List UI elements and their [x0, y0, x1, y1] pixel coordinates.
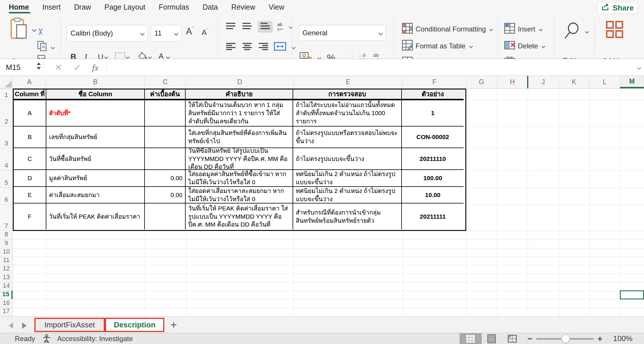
row-header-17[interactable]: 17 — [0, 308, 13, 316]
copy-button[interactable] — [37, 41, 54, 54]
number-format-select[interactable]: General — [299, 25, 386, 41]
column-header-L[interactable]: L — [590, 76, 620, 88]
row-header-12[interactable]: 12 — [0, 265, 13, 273]
sheet-nav-left-icon[interactable] — [9, 322, 13, 329]
normal-view-button[interactable] — [460, 333, 482, 344]
cell-col-letter[interactable]: B — [14, 127, 46, 148]
cell-col-name[interactable]: วันที่เริ่มให้ PEAK คิดค่าเสื่อมราคา — [46, 203, 145, 229]
sheet-tab-importfixasset[interactable]: ImportFixAsset — [36, 319, 104, 331]
row-header-15[interactable]: 15 — [0, 291, 13, 299]
page-layout-view-button[interactable] — [487, 333, 496, 344]
table-header-cell[interactable]: ค่าเบื้องต้น — [145, 89, 186, 100]
cell-validation[interactable]: ทศนิยมไม่เกิน 2 ตำแหน่ง ถ้าไม่ตรงรูปแบบจ… — [293, 187, 402, 203]
row-header-9[interactable]: 9 — [0, 239, 13, 248]
cell-example[interactable]: 20211110 — [402, 148, 464, 170]
add-sheet-button[interactable]: + — [170, 317, 177, 333]
cell-description[interactable]: วันที่เริ่มให้ PEAK คิดค่าเสื่อมราคา ใส่… — [186, 203, 293, 229]
zoom-out-button[interactable]: − — [527, 333, 533, 344]
editing-button[interactable] — [563, 22, 588, 41]
tab-home[interactable]: Home — [9, 0, 39, 14]
tab-data[interactable]: Data — [203, 0, 228, 14]
merge-center-icon[interactable] — [274, 42, 286, 52]
decrease-font-size-button[interactable]: Aˇ — [202, 28, 208, 37]
copy-dropdown-chevron[interactable] — [51, 45, 55, 49]
tab-draw[interactable]: Draw — [74, 0, 101, 14]
column-header-H[interactable]: H — [497, 76, 528, 88]
cell-col-letter[interactable]: A — [14, 100, 46, 127]
table-header-cell[interactable]: ชื่อ Column — [46, 89, 145, 100]
active-cell-selection[interactable] — [620, 290, 644, 299]
cell-description[interactable]: ใส่ยอดมูลค่าสินทรัพย์ที่ซื้อเข้ามา หากไม… — [186, 170, 293, 187]
name-box-stepper[interactable] — [37, 62, 41, 70]
align-right-icon[interactable] — [258, 43, 269, 52]
formula-bar-expand-chevron[interactable] — [635, 59, 641, 76]
formula-input[interactable] — [108, 60, 631, 75]
column-header-K[interactable]: K — [559, 76, 590, 88]
align-bottom-icon[interactable] — [258, 21, 273, 33]
cancel-entry-icon[interactable]: ✕ — [55, 59, 62, 76]
cell-col-name[interactable]: ค่าเสื่อมสะสมยกมา — [46, 187, 145, 203]
cut-icon[interactable]: ✂ — [35, 28, 45, 36]
column-header-A[interactable]: A — [13, 76, 46, 88]
row-header-3[interactable]: 3 — [0, 127, 13, 148]
column-header-M[interactable]: M — [620, 76, 644, 88]
wrap-text-icon[interactable]: abc↩ — [277, 22, 283, 31]
zoom-slider-thumb[interactable] — [562, 334, 570, 343]
cell-description[interactable]: ใส่เลขที่กลุ่มสินทรัพย์ที่ต้องการเพิ่มสิ… — [186, 127, 293, 148]
sheet-tab-description[interactable]: Description — [106, 319, 163, 331]
select-all-corner[interactable] — [0, 76, 13, 88]
cell-initial-value[interactable]: 0.00 — [145, 187, 186, 203]
cell-validation[interactable]: ถ้าไม่ตรงรูปแบบจะขึ้นว่าง — [293, 148, 402, 170]
column-header-F[interactable]: F — [403, 76, 466, 88]
format-as-table-button[interactable]: Format as Table — [402, 40, 472, 52]
paste-button[interactable] — [10, 17, 36, 41]
row-header-13[interactable]: 13 — [0, 273, 13, 282]
cell-validation[interactable]: ถ้าไม่ตรงรูปแบบหรือตรวจสอบไม่พบจะขึ้นว่า… — [293, 127, 402, 148]
cell-example[interactable]: CON-00002 — [402, 127, 464, 148]
row-header-6[interactable]: 6 — [0, 188, 13, 205]
table-header-cell[interactable]: การตรวจสอบ — [293, 89, 402, 100]
align-left-icon[interactable] — [225, 43, 237, 52]
accessibility-icon[interactable] — [42, 333, 52, 344]
cell-validation[interactable]: ถ้าไม่ใส่ระบบจะไม่อ่านแถวนั้นทั้งหมด ลำด… — [293, 100, 402, 127]
cell-description[interactable]: วันที่ซื้อสินทรัพย์ ใส่รูปแบบเป็น YYYYMM… — [186, 148, 293, 170]
delete-cells-button[interactable]: Delete — [504, 40, 545, 52]
wrap-text-chevron[interactable] — [289, 25, 293, 29]
cell-initial-value[interactable] — [145, 100, 186, 127]
cell-col-letter[interactable]: F — [14, 203, 46, 229]
column-header-G[interactable]: G — [466, 76, 497, 88]
page-break-view-button[interactable] — [508, 333, 517, 344]
cell-validation[interactable]: สำหรับกรณีที่ต้องการนำเข้ากลุ่มสินทรัพย์… — [293, 203, 402, 229]
cell-validation[interactable]: ทศนิยมไม่เกิน 2 ตำแหน่ง ถ้าไม่ตรงรูปแบบจ… — [293, 170, 402, 187]
insert-cells-button[interactable]: Insert — [504, 23, 542, 36]
cell-example[interactable]: 20211111 — [402, 203, 464, 229]
column-header-E[interactable]: E — [294, 76, 403, 88]
cell-initial-value[interactable] — [145, 127, 186, 148]
column-header-B[interactable]: B — [46, 76, 145, 88]
cell-col-name[interactable]: วันที่ซื้อสินทรัพย์ — [46, 148, 145, 170]
share-button[interactable]: Share — [597, 2, 638, 14]
column-header-J[interactable]: J — [528, 76, 559, 88]
row-header-2[interactable]: 2 — [0, 100, 13, 127]
table-header-cell[interactable]: คำอธิบาย — [186, 89, 293, 100]
row-header-10[interactable]: 10 — [0, 248, 13, 257]
align-top-icon[interactable] — [225, 22, 237, 31]
conditional-formatting-button[interactable]: Conditional Formatting — [402, 23, 492, 36]
confirm-entry-icon[interactable]: ✓ — [73, 59, 81, 76]
row-header-16[interactable]: 16 — [0, 299, 13, 308]
cell-initial-value[interactable]: 0.00 — [145, 170, 186, 187]
row-header-5[interactable]: 5 — [0, 171, 13, 188]
table-header-cell[interactable]: ตัวอย่าง — [402, 89, 464, 100]
cell-initial-value[interactable] — [145, 148, 186, 170]
row-header-14[interactable]: 14 — [0, 282, 13, 291]
cell-description[interactable]: ให้ใส่เป็นจำนวนเต็มบวก หาก 1 กลุ่มสินทรั… — [186, 100, 293, 127]
cell-example[interactable]: 10.00 — [402, 187, 464, 203]
zoom-level[interactable]: 100% — [613, 333, 633, 344]
align-middle-icon[interactable] — [241, 22, 253, 31]
cell-initial-value[interactable] — [145, 203, 186, 229]
insert-function-icon[interactable]: fx — [92, 59, 98, 76]
row-header-11[interactable]: 11 — [0, 257, 13, 265]
cell-example[interactable]: 100.00 — [402, 170, 464, 187]
row-header-1[interactable]: 1 — [0, 89, 13, 100]
row-header-4[interactable]: 4 — [0, 148, 13, 171]
